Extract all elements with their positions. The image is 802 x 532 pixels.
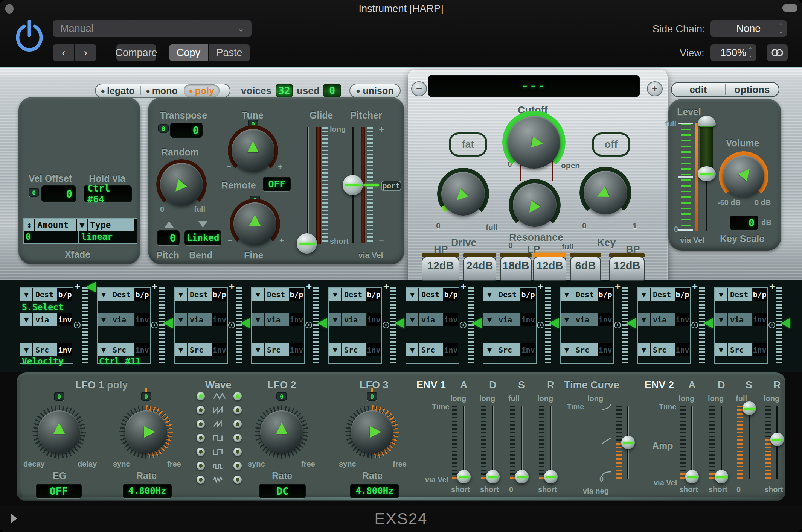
bypass-button[interactable]: b/p xyxy=(444,288,458,301)
slope-button-18db-2[interactable]: 18dB xyxy=(500,257,532,281)
wave-radio-right-triangle[interactable] xyxy=(233,392,242,400)
slope-button-12db-3[interactable]: 12dB xyxy=(533,257,566,281)
used-display[interactable]: 0 xyxy=(323,84,341,97)
dest-dropdown-icon[interactable]: ▼ xyxy=(175,288,187,301)
amount-center-knob[interactable] xyxy=(768,322,775,328)
dest-dropdown-icon[interactable]: ▼ xyxy=(561,288,573,301)
env1-r-track[interactable] xyxy=(550,406,551,479)
amount-slider-thumb[interactable] xyxy=(472,318,482,328)
fat-button[interactable]: fat xyxy=(449,132,487,157)
dropdown-arrow-icon[interactable]: ▼ xyxy=(77,219,87,231)
src-selector[interactable]: Src xyxy=(33,343,57,356)
amount-slider-thumb[interactable] xyxy=(317,318,327,328)
lfo1-rate-badge[interactable]: 0 xyxy=(141,392,151,401)
dest-selector[interactable]: Dest xyxy=(33,288,57,301)
via-dropdown-icon[interactable]: ▼ xyxy=(406,313,418,326)
src-invert-button[interactable]: inv xyxy=(212,343,226,356)
wave-radio-right-square-low[interactable] xyxy=(233,448,242,456)
dest-selector[interactable]: Dest xyxy=(651,288,675,301)
xfade-amount-value[interactable]: 0 xyxy=(26,232,76,242)
plus-icon[interactable]: + xyxy=(769,281,775,292)
glide-slider-handle[interactable] xyxy=(297,233,317,254)
amount-center-knob[interactable] xyxy=(460,322,467,328)
via-invert-button[interactable]: inv xyxy=(521,313,535,326)
dest-dropdown-icon[interactable]: ▼ xyxy=(638,288,650,301)
src-invert-button[interactable]: inv xyxy=(135,343,149,356)
copy-button[interactable]: Copy xyxy=(169,44,208,61)
src-dropdown-icon[interactable]: ▼ xyxy=(329,343,341,356)
dest-dropdown-icon[interactable]: ▼ xyxy=(252,288,264,301)
amount-slider-thumb[interactable] xyxy=(86,282,96,292)
amount-slider-thumb[interactable] xyxy=(781,318,790,328)
src-dropdown-icon[interactable]: ▼ xyxy=(715,343,727,356)
via-invert-button[interactable]: inv xyxy=(135,313,149,326)
lfo1-eg-knob[interactable] xyxy=(38,410,81,453)
slope-button-12db-5[interactable]: 12dB xyxy=(609,257,645,281)
lfo3-rate-knob[interactable] xyxy=(351,410,393,453)
wave-radio-left-saw-up[interactable] xyxy=(197,420,205,428)
resonance-knob[interactable] xyxy=(513,183,557,227)
amount-slider-thumb[interactable] xyxy=(163,318,173,328)
amount-slider-thumb[interactable] xyxy=(703,318,713,328)
src-invert-button[interactable]: inv xyxy=(290,343,303,356)
env2-d-handle[interactable] xyxy=(715,470,728,483)
via-dropdown-icon[interactable]: ▼ xyxy=(561,313,573,326)
env1-d-handle[interactable] xyxy=(486,470,500,483)
lfo3-badge[interactable]: 0 xyxy=(367,392,377,401)
src-selector[interactable]: Src xyxy=(419,343,443,356)
via-selector[interactable]: via xyxy=(188,313,212,326)
wave-radio-right-saw-down[interactable] xyxy=(233,406,242,414)
via-dropdown-icon[interactable]: ▼ xyxy=(252,313,264,326)
src-dropdown-icon[interactable]: ▼ xyxy=(98,343,110,356)
dest-selector[interactable]: Dest xyxy=(188,288,212,301)
src-selector[interactable]: Src xyxy=(573,343,598,356)
plus-icon[interactable]: + xyxy=(75,281,80,292)
bypass-button[interactable]: b/p xyxy=(58,288,72,301)
src-selector[interactable]: Src xyxy=(496,343,520,356)
dest-selector[interactable]: Dest xyxy=(419,288,443,301)
via-invert-button[interactable]: inv xyxy=(753,313,767,326)
volume-knob[interactable] xyxy=(723,155,764,197)
lfo2-rate-display[interactable]: DC xyxy=(259,484,306,498)
dest-dropdown-icon[interactable]: ▼ xyxy=(715,288,727,301)
via-selector[interactable]: via xyxy=(33,313,57,326)
minus-button[interactable]: − xyxy=(411,81,427,96)
src-selector[interactable]: Src xyxy=(110,343,134,356)
updown-icon[interactable]: ↕ xyxy=(24,219,34,231)
via-invert-button[interactable]: inv xyxy=(444,313,458,326)
wave-radio-right-random[interactable] xyxy=(233,476,242,484)
env2-r-handle[interactable] xyxy=(770,433,784,446)
via-invert-button[interactable]: inv xyxy=(212,313,226,326)
cutoff-knob[interactable] xyxy=(508,116,560,169)
src-selector[interactable]: Src xyxy=(342,343,366,356)
dest-selector[interactable]: Dest xyxy=(573,288,598,301)
voices-display[interactable]: 32 xyxy=(276,84,293,97)
drive-knob[interactable] xyxy=(441,172,485,216)
amount-center-knob[interactable] xyxy=(74,322,81,328)
env1-a-handle[interactable] xyxy=(457,470,471,483)
lfo1-eg-display[interactable]: OFF xyxy=(36,484,82,498)
bypass-button[interactable]: b/p xyxy=(675,288,689,301)
plus-icon[interactable]: + xyxy=(460,281,466,292)
bypass-button[interactable]: b/p xyxy=(598,288,612,301)
amount-slider-thumb[interactable] xyxy=(549,318,559,328)
via-selector[interactable]: via xyxy=(496,313,520,326)
env1-r-handle[interactable] xyxy=(544,470,558,483)
dest-dropdown-icon[interactable]: ▼ xyxy=(20,288,32,301)
transpose-zero-badge[interactable]: 0 xyxy=(158,124,169,133)
vel-offset-display[interactable]: 0 xyxy=(41,185,76,202)
env1-d-track[interactable] xyxy=(492,406,493,479)
amount-slider-thumb[interactable] xyxy=(395,318,404,328)
dest-value[interactable]: S.Select xyxy=(22,302,73,312)
wave-radio-left-square-low[interactable] xyxy=(197,448,205,456)
env1-a-track[interactable] xyxy=(463,406,464,479)
wave-radio-right-square-high[interactable] xyxy=(233,434,242,442)
via-invert-button[interactable]: inv xyxy=(598,313,612,326)
src-invert-button[interactable]: inv xyxy=(753,343,767,356)
pitcher-slider-handle[interactable] xyxy=(343,175,363,195)
level-bottom-handle[interactable] xyxy=(698,166,716,181)
compare-button[interactable]: Compare xyxy=(116,44,156,61)
type-header[interactable]: Type xyxy=(88,219,134,231)
slope-button-24db-1[interactable]: 24dB xyxy=(463,257,496,281)
src-value[interactable]: Velocity xyxy=(22,356,73,366)
